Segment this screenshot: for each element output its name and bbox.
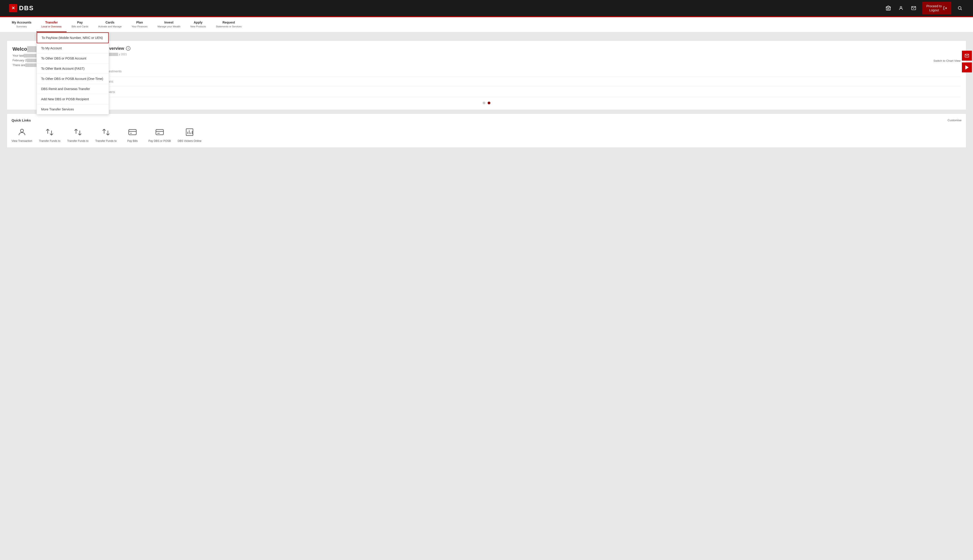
svg-rect-9 (156, 129, 163, 135)
nav-cards-sub: Activate and Manage (98, 25, 122, 28)
quick-links-header: Quick Links Customise (12, 118, 961, 122)
quick-links-title: Quick Links (12, 118, 31, 122)
logout-label: Proceed toLogout (926, 4, 942, 12)
logo-symbol: ✕ (9, 4, 17, 12)
quick-link-transfer-1-label: Transfer Funds to (39, 139, 60, 143)
info-icon[interactable]: i (126, 46, 130, 51)
pagination-dot-2[interactable] (488, 102, 490, 104)
nav-my-accounts-main: My Accounts (12, 20, 32, 25)
top-header: ✕ DBS Proceed toLogout (0, 0, 973, 16)
view-transaction-icon (17, 127, 27, 138)
chart-view-anchor[interactable]: Switch to Chart View (933, 59, 961, 62)
nav-pay-sub: Bills and Cards (72, 25, 88, 28)
nav-request-sub: Statements or Services (216, 25, 242, 28)
dropdown-other-dbs[interactable]: To Other DBS or POSB Account (37, 53, 109, 63)
quick-link-transfer-2-label: Transfer Funds to (67, 139, 88, 143)
nav-apply[interactable]: Apply New Products (185, 17, 211, 32)
dropdown-paynow[interactable]: To PayNow (Mobile Number, NRIC or UEN) (37, 32, 109, 43)
two-col-layout: Welco████ Your last███████ February 2███… (12, 46, 961, 97)
logo-area: ✕ DBS (9, 4, 34, 12)
right-column: Financial Overview i ████████████████ y … (87, 46, 961, 97)
nav-pay[interactable]: Pay Bills and Cards (67, 17, 93, 32)
svg-rect-8 (129, 129, 136, 135)
fab-mail-button[interactable] (962, 51, 972, 61)
nav-plan-main: Plan (136, 20, 143, 25)
fab-play-button[interactable] (962, 62, 972, 72)
nav-transfer-sub: Local or Overseas (42, 25, 62, 28)
svg-point-7 (20, 129, 23, 132)
quick-link-transfer-1[interactable]: Transfer Funds to (39, 127, 60, 143)
quick-link-pay-bills-label: Pay Bills (127, 139, 138, 143)
dropdown-remit[interactable]: DBS Remit and Overseas Transfer (37, 84, 109, 94)
quick-link-dbs-vickers-label: DBS Vickers Online (177, 139, 201, 143)
svg-point-2 (900, 7, 902, 8)
quick-link-transfer-3-label: Transfer Funds to (95, 139, 117, 143)
dropdown-my-account[interactable]: To My Account (37, 43, 109, 53)
svg-rect-1 (888, 8, 889, 10)
person-icon[interactable] (897, 4, 905, 12)
quick-link-pay-bills[interactable]: Pay Bills (124, 127, 142, 143)
logo-text: DBS (19, 5, 34, 12)
nav-apply-main: Apply (194, 20, 202, 25)
pay-bills-icon (127, 127, 138, 138)
quick-link-view-transaction[interactable]: View Transaction (12, 127, 32, 143)
nav-cards[interactable]: Cards Activate and Manage (93, 17, 127, 32)
quick-links-grid: View Transaction Transfer Funds to (12, 127, 961, 143)
pagination-dots (12, 102, 961, 104)
svg-point-4 (958, 7, 961, 10)
nav-pay-main: Pay (77, 20, 83, 25)
branch-icon[interactable] (884, 4, 893, 12)
svg-rect-0 (886, 7, 890, 10)
nav-plan-sub: Your Finances (132, 25, 147, 28)
nav-invest-main: Invest (164, 20, 174, 25)
transfer-2-icon (72, 127, 84, 138)
svg-marker-6 (966, 66, 968, 69)
overview-mortgage: Mortgage & Loans (87, 87, 961, 97)
quick-links: Quick Links Customise View Transaction (7, 113, 966, 148)
mail-header-icon[interactable] (909, 4, 918, 12)
overview-loans: ██████ & Loans (87, 77, 961, 87)
header-right: Proceed toLogout (884, 2, 964, 15)
pagination-dot-1[interactable] (483, 102, 485, 104)
chart-view-link[interactable]: Switch to Chart View (87, 58, 961, 63)
nav-my-accounts[interactable]: My Accounts Summary (7, 17, 37, 32)
dropdown-other-bank[interactable]: To Other Bank Account (FAST) (37, 63, 109, 74)
nav-cards-main: Cards (105, 20, 115, 25)
transfer-3-icon (100, 127, 112, 138)
nav-apply-sub: New Products (190, 25, 206, 28)
nav-plan[interactable]: Plan Your Finances (127, 17, 152, 32)
nav-transfer-container: Transfer Local or Overseas To PayNow (Mo… (37, 17, 67, 32)
nav-my-accounts-sub: Summary (16, 25, 27, 28)
quick-link-view-transaction-label: View Transaction (12, 139, 32, 143)
logout-button[interactable]: Proceed toLogout (922, 2, 951, 15)
main-content: Welco████ Your last███████ February 2███… (0, 32, 973, 152)
nav-invest-sub: Manage your Wealth (157, 25, 180, 28)
dropdown-add-recipient[interactable]: Add New DBS or POSB Recipient (37, 94, 109, 104)
nav-transfer-main: Transfer (45, 20, 58, 25)
nav-request[interactable]: Request Statements or Services (211, 17, 247, 32)
nav-request-main: Request (222, 20, 235, 25)
search-icon[interactable] (956, 4, 964, 12)
floating-actions (962, 51, 972, 72)
nav-bar: My Accounts Summary Transfer Local or Ov… (0, 17, 973, 32)
dropdown-more-transfer[interactable]: More Transfer Services (37, 104, 109, 114)
transfer-1-icon (44, 127, 55, 138)
quick-link-pay-dbs-label: Pay DBS or POSB (148, 139, 171, 143)
overview-investments: ██████ & Investments (87, 66, 961, 77)
overview-items: ██████ & Investments ██████ & Loans Mort… (87, 66, 961, 97)
quick-link-transfer-2[interactable]: Transfer Funds to (67, 127, 88, 143)
transfer-dropdown: To PayNow (Mobile Number, NRIC or UEN) T… (37, 32, 109, 115)
pay-dbs-icon (154, 127, 165, 138)
dbs-vickers-icon (184, 127, 195, 138)
content-wrapper: Welco████ Your last███████ February 2███… (7, 40, 966, 110)
last-updated: ████████████████ y 2021 (87, 53, 961, 56)
quick-link-transfer-3[interactable]: Transfer Funds to (95, 127, 117, 143)
customise-link[interactable]: Customise (948, 118, 961, 122)
nav-transfer[interactable]: Transfer Local or Overseas (37, 17, 67, 32)
quick-link-pay-dbs[interactable]: Pay DBS or POSB (148, 127, 171, 143)
dropdown-other-dbs-onetime[interactable]: To Other DBS or POSB Account (One-Time) (37, 74, 109, 84)
quick-link-dbs-vickers[interactable]: DBS Vickers Online (177, 127, 201, 143)
nav-invest[interactable]: Invest Manage your Wealth (152, 17, 185, 32)
financial-overview-title: Financial Overview i (87, 46, 961, 51)
